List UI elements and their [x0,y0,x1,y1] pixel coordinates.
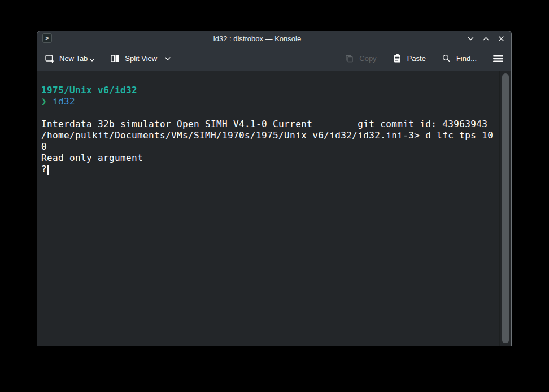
terminal-output[interactable]: 1975/Unix v6/id32❯ id32Interdata 32b sim… [37,71,499,346]
terminal-line: Interdata 32b simulator Open SIMH V4.1-0… [41,119,499,130]
paste-button[interactable]: Paste [393,54,426,63]
copy-label: Copy [359,54,376,63]
new-tab-label: New Tab [59,54,88,63]
terminal-text-segment: id32 [53,96,75,107]
chevron-down-icon [467,35,474,42]
terminal-line: Read only argument [41,153,499,164]
scrollbar-track[interactable] [499,71,511,346]
split-view-button[interactable]: Split View [110,54,171,63]
chevron-up-icon [482,35,490,42]
terminal-line: ❯ id32 [41,96,499,107]
paste-label: Paste [407,54,426,63]
konsole-app-icon[interactable]: > [42,33,52,43]
hamburger-menu-icon [493,54,504,63]
terminal-line [41,107,499,119]
titlebar[interactable]: > id32 : distrobox — Konsole [37,31,511,46]
window-title: id32 : distrobox — Konsole [71,31,443,46]
find-button[interactable]: Find... [442,54,477,63]
new-tab-button[interactable]: New Tab [45,54,94,63]
konsole-window: > id32 : distrobox — Konsole [37,31,512,346]
split-view-icon [110,54,120,63]
text-cursor [47,165,49,175]
find-label: Find... [456,54,477,63]
terminal-text-segment: 1975/Unix v6/id32 [41,85,137,95]
toolbar: New Tab Split View [37,46,511,71]
terminal-line: /home/pulkit/Documents/VMs/SIMH/1970s/19… [41,130,499,141]
terminal-text-segment: Interdata 32b simulator Open SIMH V4.1-0… [41,119,487,129]
window-controls [466,31,506,46]
chevron-down-icon [164,56,171,61]
terminal-text-segment: ? [41,164,47,175]
terminal-line: ? [41,164,499,175]
search-icon [442,54,451,63]
split-view-label: Split View [125,54,157,63]
terminal-text-segment: Read only argument [41,153,143,163]
close-icon [498,35,505,42]
copy-icon [345,54,354,63]
terminal-line: 1975/Unix v6/id32 [41,85,499,96]
terminal-text-segment: /home/pulkit/Documents/VMs/SIMH/1970s/19… [41,130,493,141]
tab-new-icon [45,54,54,63]
terminal-area[interactable]: 1975/Unix v6/id32❯ id32Interdata 32b sim… [37,71,511,346]
hamburger-menu-button[interactable] [493,54,504,63]
copy-button[interactable]: Copy [345,54,376,63]
maximize-button[interactable] [481,34,490,43]
terminal-text-segment: ❯ [41,96,53,107]
close-button[interactable] [496,34,506,43]
terminal-line: 0 [41,141,499,153]
scrollbar-thumb[interactable] [502,73,509,343]
terminal-text-segment: 0 [41,141,47,152]
new-tab-menu-arrow-icon [90,59,94,62]
minimize-button[interactable] [466,34,475,43]
terminal-line [41,73,499,85]
paste-icon [393,54,402,63]
